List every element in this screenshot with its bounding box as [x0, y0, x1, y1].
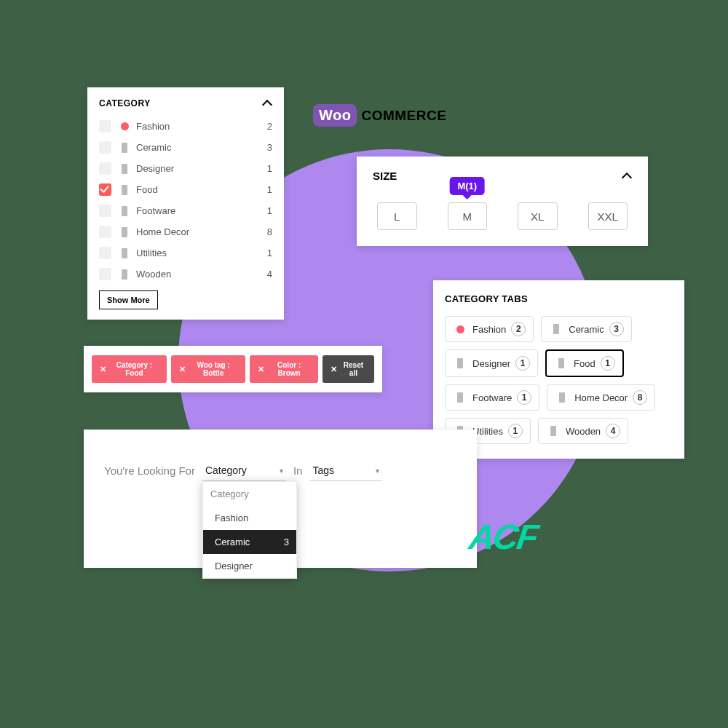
dropdown-item-count: 3 [284, 537, 289, 547]
thumbnail-icon [549, 322, 563, 336]
looking-for-label: You're Looking For [104, 460, 195, 477]
thumbnail-icon [119, 163, 130, 175]
dropdown-item[interactable]: Fashion [203, 506, 296, 530]
category-tab[interactable]: Ceramic3 [541, 316, 631, 342]
size-option[interactable]: MM(1) [448, 202, 488, 230]
category-item[interactable]: Wooden4 [99, 264, 272, 285]
dropdown-item-label: Fashion [215, 513, 248, 523]
pink-dot-icon [453, 322, 467, 336]
category-label: Food [136, 184, 267, 195]
category-count: 1 [267, 163, 272, 174]
category-tab[interactable]: Wooden4 [538, 418, 628, 444]
checkbox[interactable] [99, 226, 111, 238]
category-count: 3 [267, 142, 272, 153]
category-tab[interactable]: Home Decor8 [547, 384, 655, 411]
thumbnail-icon [119, 205, 130, 217]
checkbox[interactable] [99, 247, 111, 259]
tab-count-badge: 1 [601, 356, 615, 371]
category-item[interactable]: Footware1 [99, 200, 272, 221]
thumbnail-icon [119, 269, 130, 280]
size-filter-panel: SIZE LMM(1)XLXXL [357, 157, 648, 246]
category-count: 2 [267, 121, 272, 132]
checkbox[interactable] [99, 141, 111, 154]
category-item[interactable]: Utilities1 [99, 242, 272, 264]
category-label: Fashion [136, 121, 267, 132]
category-label: Footware [136, 205, 267, 216]
dropdown-item[interactable]: Designer [203, 554, 296, 578]
chip-label: Category : Food [110, 361, 159, 377]
category-tab[interactable]: Food1 [545, 349, 624, 377]
show-more-button[interactable]: Show More [99, 290, 158, 309]
chevron-down-icon: ▾ [376, 467, 379, 475]
tab-label: Food [574, 358, 596, 369]
tab-count-badge: 2 [511, 322, 526, 336]
tab-label: Home Decor [574, 392, 628, 403]
checkbox[interactable] [99, 120, 111, 132]
tab-count-badge: 1 [508, 424, 523, 438]
size-option[interactable]: XL [518, 202, 558, 230]
in-label: In [293, 460, 303, 477]
commerce-text: COMMERCE [361, 108, 446, 124]
thumbnail-icon [554, 356, 569, 371]
thumbnail-icon [119, 184, 130, 196]
tab-count-badge: 1 [517, 390, 531, 405]
thumbnail-icon [119, 142, 130, 154]
category-item[interactable]: Fashion2 [99, 116, 272, 137]
tab-count-badge: 3 [609, 322, 624, 336]
chip-label: Color : Brown [268, 361, 309, 377]
tab-label: Designer [472, 358, 510, 369]
category-label: Ceramic [136, 142, 267, 153]
category-filter-panel: CATEGORY Fashion2Ceramic3Designer1Food1F… [87, 87, 284, 320]
dropdown-item[interactable]: Ceramic3 [203, 530, 296, 554]
category-count: 8 [267, 226, 272, 237]
reset-all-button[interactable]: ✕ Reset all [323, 355, 374, 383]
category-item[interactable]: Ceramic3 [99, 137, 272, 158]
checkbox[interactable] [99, 183, 111, 196]
filter-chip[interactable]: ✕ Color : Brown [250, 355, 317, 383]
close-icon: ✕ [331, 365, 337, 374]
dropdown-item-label: Designer [215, 561, 253, 571]
chevron-up-icon[interactable] [622, 171, 632, 181]
category-count: 1 [267, 184, 272, 195]
category-item[interactable]: Food1 [99, 179, 272, 200]
size-option[interactable]: XXL [588, 202, 628, 230]
chevron-up-icon[interactable] [262, 98, 272, 108]
category-dropdown[interactable]: Category ▾ Category FashionCeramic3Desig… [202, 460, 286, 481]
tab-count-badge: 4 [606, 424, 620, 438]
size-option[interactable]: L [377, 202, 417, 230]
category-count: 1 [267, 248, 272, 258]
woo-bubble-icon: Woo [313, 104, 357, 127]
checkbox[interactable] [99, 268, 111, 280]
acf-logo: ACF [467, 517, 539, 557]
category-title: CATEGORY [99, 98, 151, 108]
filter-chip[interactable]: ✕ Woo tag : Bottle [171, 355, 246, 383]
search-panel: You're Looking For Category ▾ Category F… [84, 430, 477, 568]
category-item[interactable]: Home Decor8 [99, 221, 272, 242]
category-tab[interactable]: Footware1 [445, 384, 539, 411]
thumbnail-icon [119, 248, 130, 259]
tab-count-badge: 1 [515, 356, 530, 371]
checkbox[interactable] [99, 205, 111, 217]
dropdown-value: Category [205, 464, 247, 476]
tab-label: Wooden [566, 426, 601, 437]
dropdown-item-label: Ceramic [215, 537, 250, 547]
category-label: Home Decor [136, 226, 267, 237]
category-tab[interactable]: Fashion2 [445, 316, 534, 342]
tab-label: Footware [472, 392, 512, 403]
tab-label: Utilities [472, 426, 503, 437]
active-filters-panel: ✕ Category : Food✕ Woo tag : Bottle✕ Col… [84, 346, 382, 392]
category-count: 4 [267, 269, 272, 280]
checkbox[interactable] [99, 162, 111, 175]
filter-chip[interactable]: ✕ Category : Food [92, 355, 167, 383]
dropdown-value: Tags [312, 464, 334, 476]
size-tooltip: M(1) [449, 177, 485, 195]
category-label: Designer [136, 163, 267, 174]
close-icon: ✕ [100, 365, 106, 374]
chip-label: Woo tag : Bottle [189, 361, 238, 377]
category-item[interactable]: Designer1 [99, 158, 272, 179]
tags-dropdown[interactable]: Tags ▾ [309, 460, 382, 481]
category-tab[interactable]: Designer1 [445, 349, 538, 377]
tab-label: Fashion [472, 324, 506, 335]
thumbnail-icon [555, 390, 569, 405]
thumbnail-icon [119, 226, 130, 238]
